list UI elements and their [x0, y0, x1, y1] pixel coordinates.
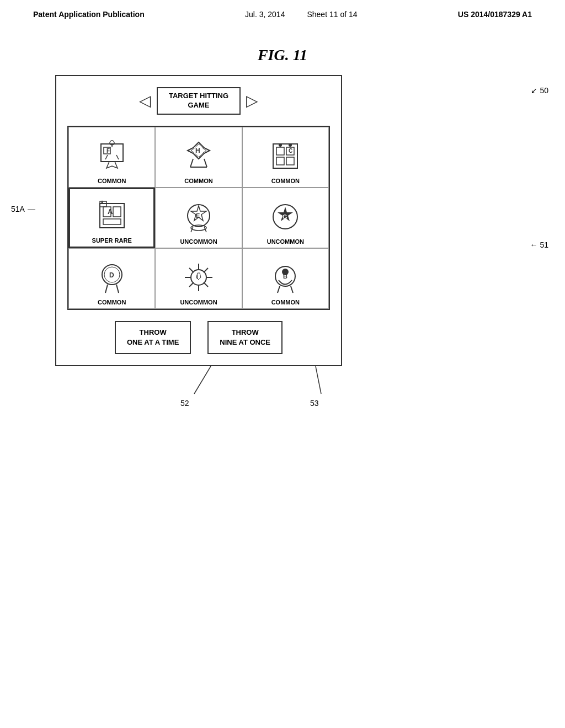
item-cell-1[interactable]: H COMMON [155, 127, 242, 188]
item-label-1: COMMON [184, 178, 212, 184]
item-cell-2[interactable]: C COMMON [242, 127, 329, 188]
item-label-8: COMMON [271, 299, 300, 306]
svg-point-32 [191, 225, 206, 231]
item-label-2: COMMON [271, 178, 300, 184]
buttons-row: THROW ONE AT A TIME THROW NINE AT ONCE [67, 321, 330, 354]
header-patent: US 2014/0187329 A1 [458, 10, 532, 19]
item-cell-0[interactable]: F COMMON [68, 127, 155, 188]
svg-text:F: F [106, 148, 110, 154]
svg-line-42 [116, 285, 119, 293]
svg-line-51 [189, 282, 194, 287]
item-cell-7[interactable]: I UNCOMMON [155, 248, 242, 309]
item-icon-6: D [94, 260, 130, 296]
diagram-wrapper: 51A — ← 51 ↙ 50 ◁ TARGET HITTING GAME ▷ [0, 75, 565, 410]
svg-line-41 [105, 285, 108, 293]
item-cell-5[interactable]: G UNCOMMON [242, 188, 329, 248]
svg-text:H: H [195, 147, 200, 154]
item-icon-0: F [94, 138, 130, 174]
item-label-4: UNCOMMON [180, 238, 217, 245]
header-sheet: Sheet 11 of 14 [307, 10, 357, 19]
svg-marker-3 [106, 162, 118, 168]
item-icon-2: C [268, 138, 303, 174]
item-label-7: UNCOMMON [180, 299, 217, 306]
svg-line-57 [278, 286, 280, 293]
svg-line-6 [105, 155, 108, 159]
ref-50: ↙ 50 [531, 86, 548, 95]
item-label-3: SUPER RARE [92, 237, 132, 244]
item-icon-3: A [94, 198, 130, 234]
svg-point-20 [289, 143, 292, 147]
throw-nine-button[interactable]: THROW NINE AT ONCE [207, 321, 282, 354]
svg-rect-18 [286, 157, 294, 165]
svg-line-7 [116, 155, 119, 159]
item-icon-4: E [180, 199, 216, 235]
header-left: Patent Application Publication [33, 10, 145, 19]
item-label-5: UNCOMMON [267, 238, 304, 245]
svg-line-59 [194, 366, 211, 394]
svg-marker-28 [101, 200, 103, 204]
item-cell-3[interactable]: A SUPER RARE [68, 188, 155, 248]
svg-line-50 [204, 268, 208, 272]
svg-text:I: I [196, 274, 198, 280]
item-cell-8[interactable]: B COMMON [242, 248, 329, 309]
ref-51: ← 51 [530, 240, 548, 249]
figure-title: FIG. 11 [0, 46, 565, 64]
item-icon-8: B [268, 260, 303, 296]
svg-rect-25 [103, 219, 121, 224]
throw-one-button[interactable]: THROW ONE AT A TIME [115, 321, 191, 354]
item-label-0: COMMON [98, 178, 126, 184]
item-icon-5: G [268, 199, 303, 235]
svg-line-12 [204, 159, 207, 167]
svg-line-48 [189, 268, 194, 272]
game-title-box: TARGET HITTING GAME [157, 87, 241, 115]
svg-line-49 [204, 282, 208, 287]
svg-rect-15 [276, 147, 284, 155]
svg-text:E: E [196, 212, 200, 219]
nav-left-arrow[interactable]: ◁ [139, 92, 151, 110]
item-icon-1: H [180, 138, 216, 174]
svg-text:A: A [108, 207, 113, 216]
svg-text:B: B [283, 273, 287, 280]
svg-point-19 [279, 143, 282, 147]
ref-52-label: 52 [180, 399, 189, 408]
svg-line-58 [291, 286, 293, 293]
svg-line-60 [316, 366, 321, 394]
svg-text:G: G [282, 213, 287, 220]
items-grid: F COMMON H [67, 126, 330, 310]
ref-53-label: 53 [310, 399, 319, 408]
page-header: Patent Application Publication Jul. 3, 2… [0, 0, 565, 24]
item-icon-7: I [180, 260, 216, 296]
svg-line-11 [190, 159, 193, 167]
item-label-6: COMMON [98, 299, 126, 306]
header-date: Jul. 3, 2014 [245, 10, 285, 19]
svg-text:D: D [109, 271, 114, 279]
game-header: ◁ TARGET HITTING GAME ▷ [67, 87, 330, 115]
svg-rect-24 [113, 207, 121, 217]
svg-text:C: C [289, 148, 292, 154]
main-diagram-box: ◁ TARGET HITTING GAME ▷ F [55, 75, 342, 366]
item-cell-6[interactable]: D COMMON [68, 248, 155, 309]
nav-right-arrow[interactable]: ▷ [246, 92, 258, 110]
bottom-refs-container: 52 53 [139, 366, 426, 410]
ref-51a: 51A — [11, 205, 35, 213]
header-center: Jul. 3, 2014 Sheet 11 of 14 [245, 10, 357, 19]
item-cell-4[interactable]: E UNCOMMON [155, 188, 242, 248]
svg-rect-17 [276, 157, 284, 165]
